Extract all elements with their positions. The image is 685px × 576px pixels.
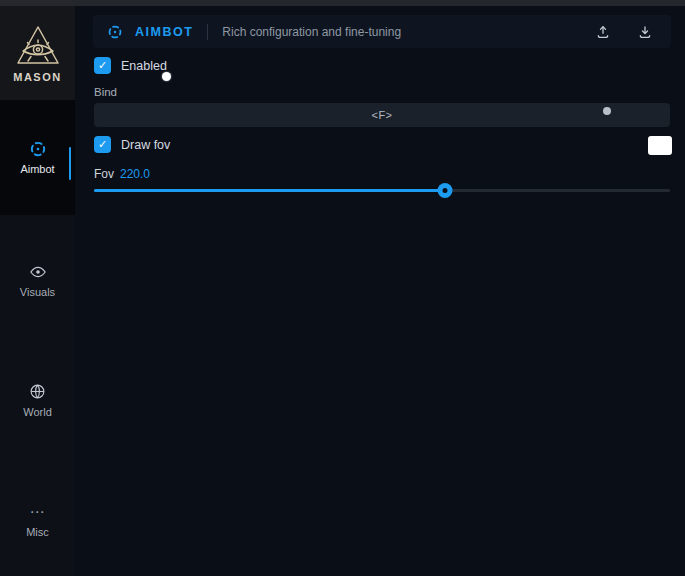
fov-label: Fov xyxy=(94,167,114,181)
enabled-label: Enabled xyxy=(121,59,167,73)
page-header: AIMBOT Rich configuration and fine-tunin… xyxy=(93,15,671,48)
slider-fill xyxy=(94,189,445,192)
upload-icon[interactable] xyxy=(595,24,611,40)
draw-fov-row: ✓ Draw fov xyxy=(94,136,170,153)
sidebar-item-label: Misc xyxy=(26,526,49,538)
draw-fov-checkbox[interactable]: ✓ xyxy=(94,136,111,153)
draw-fov-label: Draw fov xyxy=(121,138,170,152)
header-actions xyxy=(595,24,653,40)
page-subtitle: Rich configuration and fine-tuning xyxy=(222,25,401,39)
cursor-dot xyxy=(162,72,171,81)
brand-logo: MASON xyxy=(0,6,75,100)
sidebar: MASON Aimbot Visuals xyxy=(0,6,75,576)
sidebar-item-label: Aimbot xyxy=(20,163,54,175)
bind-input[interactable]: <F> xyxy=(94,103,670,127)
bind-label: Bind xyxy=(94,86,117,98)
enabled-checkbox[interactable]: ✓ xyxy=(94,57,111,74)
active-indicator-bar xyxy=(69,147,72,180)
page-title: AIMBOT xyxy=(135,25,193,39)
eye-pyramid-icon xyxy=(15,24,61,68)
crosshair-icon xyxy=(29,140,47,158)
fov-color-swatch[interactable] xyxy=(648,136,672,155)
main-content: AIMBOT Rich configuration and fine-tunin… xyxy=(75,6,685,576)
slider-handle[interactable] xyxy=(438,183,453,198)
eye-icon xyxy=(29,263,47,281)
fov-slider[interactable] xyxy=(94,182,670,198)
fov-row: Fov 220.0 xyxy=(94,167,150,181)
globe-icon xyxy=(29,383,47,401)
app-window: MASON Aimbot Visuals xyxy=(0,0,685,576)
bind-value: <F> xyxy=(371,109,392,121)
sidebar-item-misc[interactable]: ⋯ Misc xyxy=(0,488,75,552)
crosshair-icon xyxy=(107,24,123,40)
ellipsis-icon: ⋯ xyxy=(29,503,47,521)
sidebar-item-aimbot[interactable]: Aimbot xyxy=(0,100,75,215)
sidebar-item-world[interactable]: World xyxy=(0,368,75,432)
brand-name: MASON xyxy=(13,71,61,83)
bind-indicator-dot xyxy=(603,107,611,115)
sidebar-item-visuals[interactable]: Visuals xyxy=(0,248,75,312)
header-divider xyxy=(207,24,208,40)
sidebar-item-label: World xyxy=(23,406,52,418)
sidebar-item-label: Visuals xyxy=(20,286,55,298)
download-icon[interactable] xyxy=(637,24,653,40)
enabled-row: ✓ Enabled xyxy=(94,57,167,74)
fov-value: 220.0 xyxy=(120,167,150,181)
